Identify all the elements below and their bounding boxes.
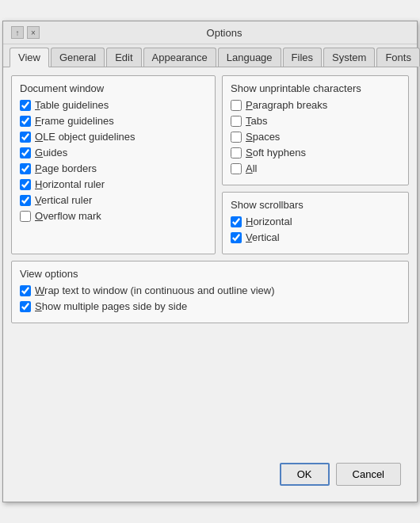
- checkbox-show-multiple-pages-label: Show multiple pages side by side: [35, 300, 187, 312]
- show-scrollbars-panel: Show scrollbars Horizontal Vertical: [222, 192, 409, 254]
- checkbox-overflow-mark-input[interactable]: [20, 211, 31, 222]
- tab-general[interactable]: General: [51, 48, 105, 67]
- checkbox-ole-guidelines[interactable]: OLE object guidelines: [20, 131, 207, 143]
- show-unprintable-panel: Show unprintable characters Paragraph br…: [222, 75, 409, 185]
- checkbox-scrollbar-vertical-label: Vertical: [246, 231, 280, 243]
- checkbox-all[interactable]: All: [231, 162, 400, 174]
- checkbox-guides-label: Guides: [35, 147, 67, 158]
- resize-button[interactable]: ↑: [11, 26, 24, 39]
- checkbox-all-input[interactable]: [231, 163, 242, 174]
- checkbox-vertical-ruler-label: Vertical ruler: [35, 194, 92, 206]
- checkbox-vertical-ruler[interactable]: Vertical ruler: [20, 194, 207, 206]
- tab-edit[interactable]: Edit: [106, 48, 141, 67]
- tab-system[interactable]: System: [323, 48, 375, 67]
- checkbox-vertical-ruler-input[interactable]: [20, 195, 31, 206]
- checkbox-spaces-input[interactable]: [231, 132, 242, 143]
- tab-files[interactable]: Files: [283, 48, 322, 67]
- checkbox-scrollbar-vertical[interactable]: Vertical: [231, 231, 400, 243]
- titlebar: ↑ × Options: [3, 21, 417, 44]
- checkbox-horizontal-ruler[interactable]: Horizontal ruler: [20, 178, 207, 190]
- checkbox-soft-hyphens-label: Soft hyphens: [246, 147, 306, 158]
- top-panels: Document window Table guidelines Frame g…: [11, 75, 409, 254]
- tab-bar: View General Edit Appearance Language Fi…: [3, 44, 417, 67]
- checkbox-show-multiple-pages[interactable]: Show multiple pages side by side: [20, 300, 400, 312]
- show-unprintable-title: Show unprintable characters: [231, 82, 400, 94]
- checkbox-frame-guidelines-label: Frame guidelines: [35, 115, 114, 127]
- show-scrollbars-title: Show scrollbars: [231, 199, 400, 211]
- checkbox-wrap-text-input[interactable]: [20, 285, 31, 296]
- document-window-title: Document window: [20, 82, 207, 94]
- checkbox-spaces[interactable]: Spaces: [231, 131, 400, 143]
- checkbox-frame-guidelines[interactable]: Frame guidelines: [20, 115, 207, 127]
- close-button[interactable]: ×: [27, 26, 40, 39]
- checkbox-horizontal-ruler-label: Horizontal ruler: [35, 178, 105, 190]
- checkbox-scrollbar-horizontal-input[interactable]: [231, 216, 242, 227]
- checkbox-tabs-label: Tabs: [246, 115, 267, 127]
- tab-content: Document window Table guidelines Frame g…: [3, 67, 417, 502]
- checkbox-wrap-text[interactable]: Wrap text to window (in continuous and o…: [20, 284, 400, 296]
- checkbox-page-borders-label: Page borders: [35, 162, 97, 174]
- titlebar-buttons: ↑ ×: [11, 26, 40, 39]
- checkbox-soft-hyphens-input[interactable]: [231, 147, 242, 158]
- checkbox-paragraph-breaks[interactable]: Paragraph breaks: [231, 99, 400, 111]
- ok-button[interactable]: OK: [280, 463, 330, 486]
- checkbox-overflow-mark[interactable]: Overflow mark: [20, 210, 207, 222]
- checkbox-table-guidelines[interactable]: Table guidelines: [20, 99, 207, 111]
- checkbox-overflow-mark-label: Overflow mark: [35, 210, 101, 222]
- checkbox-page-borders-input[interactable]: [20, 163, 31, 174]
- checkbox-table-guidelines-label: Table guidelines: [35, 99, 109, 111]
- checkbox-show-multiple-pages-input[interactable]: [20, 301, 31, 312]
- view-options-panel: View options Wrap text to window (in con…: [11, 261, 409, 323]
- content-spacer: [11, 330, 409, 456]
- checkbox-guides-input[interactable]: [20, 147, 31, 158]
- checkbox-paragraph-breaks-label: Paragraph breaks: [246, 99, 327, 111]
- window-title: Options: [40, 27, 409, 39]
- checkbox-tabs-input[interactable]: [231, 116, 242, 127]
- checkbox-spaces-label: Spaces: [246, 131, 280, 143]
- checkbox-soft-hyphens[interactable]: Soft hyphens: [231, 147, 400, 158]
- right-panels: Show unprintable characters Paragraph br…: [222, 75, 409, 254]
- tab-language[interactable]: Language: [218, 48, 281, 67]
- tab-fonts[interactable]: Fonts: [376, 48, 420, 67]
- checkbox-scrollbar-vertical-input[interactable]: [231, 232, 242, 243]
- checkbox-paragraph-breaks-input[interactable]: [231, 100, 242, 111]
- view-options-title: View options: [20, 268, 400, 280]
- checkbox-ole-guidelines-label: OLE object guidelines: [35, 131, 135, 143]
- checkbox-table-guidelines-input[interactable]: [20, 100, 31, 111]
- checkbox-ole-guidelines-input[interactable]: [20, 132, 31, 143]
- checkbox-scrollbar-horizontal-label: Horizontal: [246, 216, 292, 227]
- checkbox-scrollbar-horizontal[interactable]: Horizontal: [231, 216, 400, 227]
- checkbox-horizontal-ruler-input[interactable]: [20, 179, 31, 190]
- checkbox-guides[interactable]: Guides: [20, 147, 207, 158]
- checkbox-wrap-text-label: Wrap text to window (in continuous and o…: [35, 284, 275, 296]
- checkbox-all-label: All: [246, 162, 257, 174]
- button-row: OK Cancel: [11, 456, 409, 494]
- tab-view[interactable]: View: [10, 48, 49, 67]
- checkbox-page-borders[interactable]: Page borders: [20, 162, 207, 174]
- options-window: ↑ × Options View General Edit Appearance…: [2, 21, 418, 502]
- document-window-panel: Document window Table guidelines Frame g…: [11, 75, 216, 254]
- tab-appearance[interactable]: Appearance: [143, 48, 216, 67]
- checkbox-frame-guidelines-input[interactable]: [20, 116, 31, 127]
- cancel-button[interactable]: Cancel: [336, 463, 401, 486]
- checkbox-tabs[interactable]: Tabs: [231, 115, 400, 127]
